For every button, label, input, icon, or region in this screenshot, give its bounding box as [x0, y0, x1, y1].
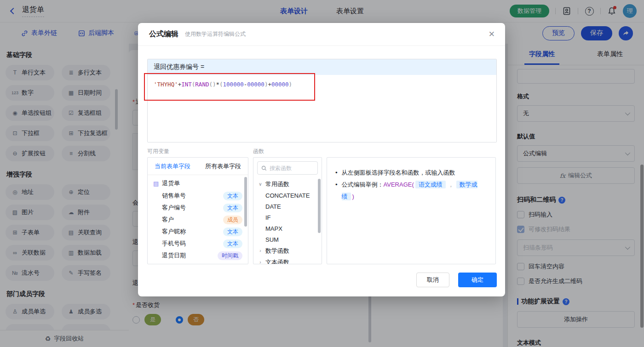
hint-line-2: •公式编辑举例：AVERAGE(语文成绩，数学成绩) [335, 179, 487, 203]
variable-row[interactable]: 退货日期时间戳 [148, 250, 248, 262]
function-group-common[interactable]: ∨常用函数 [253, 178, 322, 190]
tab-current-form-fields[interactable]: 当前表单字段 [155, 162, 190, 171]
formula-target-label: 退回优惠券编号 = [148, 59, 496, 75]
type-badge: 文本 [223, 192, 242, 200]
tab-all-form-fields[interactable]: 所有表单字段 [205, 162, 241, 171]
search-icon [261, 165, 267, 171]
hints-panel: •从左侧面板选择字段名和函数，或输入函数 •公式编辑举例：AVERAGE(语文成… [327, 157, 496, 264]
formula-input-area[interactable]: 'THYHQ'+INT(RAND()*(100000-00000)+00000) [148, 75, 496, 94]
variable-row[interactable]: 客户编号文本 [148, 202, 248, 214]
formula-editor-modal: 公式编辑 使用数学运算符编辑公式 ✕ 退回优惠券编号 = 'THYHQ'+INT… [138, 23, 505, 296]
variables-scrollbar[interactable] [244, 177, 247, 227]
functions-panel: ∨常用函数 CONCATENATE DATE IF MAPX SUM ›数学函数… [253, 157, 322, 264]
confirm-button[interactable]: 确定 [458, 273, 497, 287]
formula-editor: 退回优惠券编号 = 'THYHQ'+INT(RAND()*(100000-000… [147, 59, 497, 142]
type-badge: 文本 [223, 239, 242, 248]
variables-panel-title: 可用变量 [147, 148, 169, 155]
function-search-box[interactable] [257, 161, 318, 175]
variables-root-node[interactable]: ▤退货单 [148, 177, 248, 190]
modal-title: 公式编辑 [149, 29, 178, 39]
variable-row[interactable]: 销售单号文本 [148, 190, 248, 202]
functions-scrollbar[interactable] [318, 179, 321, 233]
variable-row[interactable]: 客户成员 [148, 214, 248, 226]
hint-line-1: •从左侧面板选择字段名和函数，或输入函数 [335, 167, 487, 179]
function-item[interactable]: SUM [253, 234, 322, 245]
type-badge: 成员 [223, 216, 242, 224]
chevron-right-icon: › [258, 260, 263, 264]
example-field-chip: 语文成绩 [415, 181, 446, 188]
variable-row[interactable]: 手机号码文本 [148, 238, 248, 250]
function-item[interactable]: CONCATENATE [253, 190, 322, 201]
chevron-right-icon: › [258, 248, 263, 253]
cancel-button[interactable]: 取消 [416, 273, 449, 287]
type-badge: 文本 [223, 204, 242, 212]
function-item[interactable]: DATE [253, 201, 322, 212]
modal-subtitle: 使用数学运算符编辑公式 [185, 30, 246, 38]
close-icon[interactable]: ✕ [489, 30, 495, 38]
variable-row[interactable]: 客户昵称文本 [148, 226, 248, 238]
functions-panel-title: 函数 [253, 148, 264, 155]
function-group-math[interactable]: ›数学函数 [253, 245, 322, 256]
function-group-text[interactable]: ›文本函数 [253, 256, 322, 264]
type-badge: 时间戳 [218, 251, 242, 260]
function-item[interactable]: IF [253, 212, 322, 223]
form-doc-icon: ▤ [153, 180, 159, 187]
type-badge: 文本 [223, 228, 242, 236]
chevron-down-icon: ∨ [258, 182, 263, 187]
variables-panel: 当前表单字段 所有表单字段 ▤退货单 销售单号文本 客户编号文本 客户成员 客户… [147, 157, 248, 264]
app-root: 退货单 表单设计 表单设置 数据管理 ? [0, 0, 644, 347]
function-item[interactable]: MAPX [253, 223, 322, 234]
function-search-input[interactable] [270, 165, 311, 171]
